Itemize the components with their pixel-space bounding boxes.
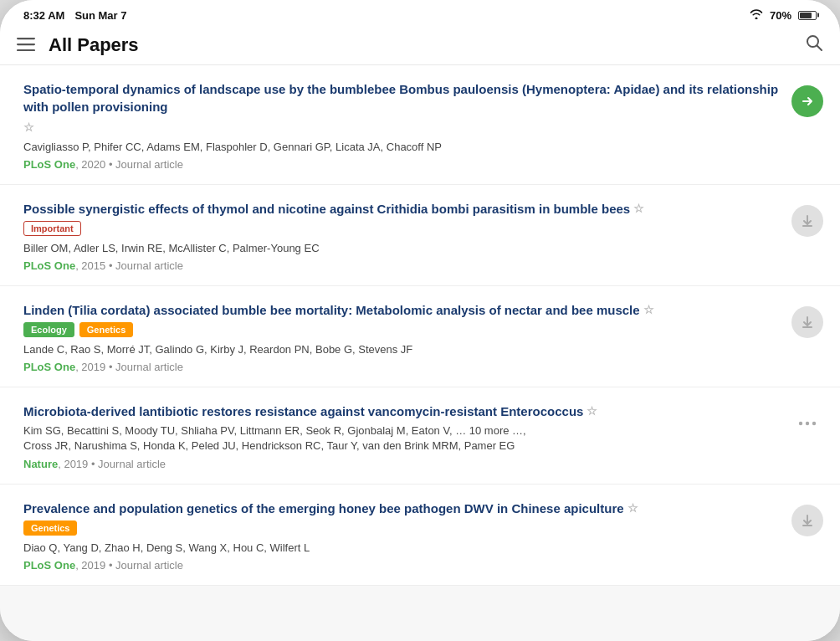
paper-meta: Nature, 2019 • Journal article [23, 458, 781, 470]
list-item: Prevalence and population genetics of th… [0, 485, 840, 586]
status-right: 70% [750, 8, 817, 22]
more-button[interactable] [791, 408, 823, 439]
paper-content: Microbiota-derived lantibiotic restores … [23, 403, 781, 469]
paper-meta: PLoS One, 2020 • Journal article [23, 158, 781, 171]
svg-line-4 [817, 46, 822, 51]
download-button[interactable] [791, 205, 823, 237]
star-icon[interactable]: ☆ [627, 500, 638, 517]
paper-content: Prevalence and population genetics of th… [23, 500, 781, 572]
download-button[interactable] [791, 505, 823, 536]
paper-authors: Biller OM, Adler LS, Irwin RE, McAlliste… [23, 241, 781, 256]
menu-button[interactable] [17, 37, 35, 54]
svg-point-7 [812, 422, 816, 425]
page-title: All Papers [49, 34, 805, 56]
header: All Papers [0, 27, 840, 65]
svg-rect-0 [17, 38, 35, 39]
paper-list: Spatio-temporal dynamics of landscape us… [0, 65, 840, 641]
svg-point-5 [799, 422, 802, 425]
tag-ecology: Ecology [23, 322, 74, 337]
list-item: Linden (Tilia cordata) associated bumble… [0, 286, 840, 387]
date: Sun Mar 7 [74, 9, 126, 22]
paper-title[interactable]: Prevalence and population genetics of th… [23, 500, 781, 517]
wifi-icon [750, 8, 763, 22]
svg-rect-2 [17, 49, 35, 51]
paper-authors: Lande C, Rao S, Morré JT, Galindo G, Kir… [23, 342, 781, 357]
paper-source: Nature [23, 458, 58, 470]
paper-title[interactable]: Microbiota-derived lantibiotic restores … [23, 403, 781, 420]
paper-content: Possible synergistic effects of thymol a… [23, 200, 781, 272]
svg-point-6 [806, 422, 809, 425]
tag-list: Ecology Genetics [23, 322, 781, 337]
star-icon[interactable]: ☆ [23, 120, 34, 136]
paper-authors: Cavigliasso P, Phifer CC, Adams EM, Flas… [23, 140, 781, 155]
paper-source: PLoS One [23, 559, 75, 572]
go-button[interactable] [791, 85, 823, 117]
device-frame: 8:32 AM Sun Mar 7 70% [0, 0, 840, 641]
paper-meta: PLoS One, 2015 • Journal article [23, 259, 781, 272]
paper-authors: Kim SG, Becattini S, Moody TU, Shliaha P… [23, 423, 781, 454]
battery-percent: 70% [770, 9, 791, 22]
tag-important: Important [23, 221, 81, 236]
paper-meta: PLoS One, 2019 • Journal article [23, 361, 781, 373]
star-icon[interactable]: ☆ [633, 201, 644, 218]
star-icon[interactable]: ☆ [586, 403, 597, 420]
tag-genetics: Genetics [23, 520, 77, 536]
status-left: 8:32 AM Sun Mar 7 [23, 9, 127, 22]
list-item: Spatio-temporal dynamics of landscape us… [0, 65, 840, 185]
list-item: Microbiota-derived lantibiotic restores … [0, 387, 840, 484]
tag-list: Important [23, 221, 781, 236]
paper-title[interactable]: Spatio-temporal dynamics of landscape us… [23, 80, 781, 136]
battery-icon [798, 11, 817, 20]
search-button[interactable] [805, 33, 823, 56]
list-item: Possible synergistic effects of thymol a… [0, 185, 840, 286]
star-icon[interactable]: ☆ [643, 302, 654, 319]
tag-list: Genetics [23, 520, 781, 536]
paper-source: PLoS One [23, 259, 75, 272]
status-bar: 8:32 AM Sun Mar 7 70% [0, 0, 840, 27]
paper-content: Linden (Tilia cordata) associated bumble… [23, 301, 781, 373]
paper-content: Spatio-temporal dynamics of landscape us… [23, 80, 781, 171]
svg-rect-1 [17, 44, 35, 45]
paper-authors: Diao Q, Yang D, Zhao H, Deng S, Wang X, … [23, 541, 781, 556]
time: 8:32 AM [23, 9, 64, 22]
paper-meta: PLoS One, 2019 • Journal article [23, 559, 781, 572]
download-button[interactable] [791, 306, 823, 338]
paper-title[interactable]: Possible synergistic effects of thymol a… [23, 200, 781, 218]
paper-source: PLoS One [23, 158, 75, 171]
paper-source: PLoS One [23, 361, 75, 373]
paper-title[interactable]: Linden (Tilia cordata) associated bumble… [23, 301, 781, 319]
tag-genetics: Genetics [79, 322, 133, 337]
